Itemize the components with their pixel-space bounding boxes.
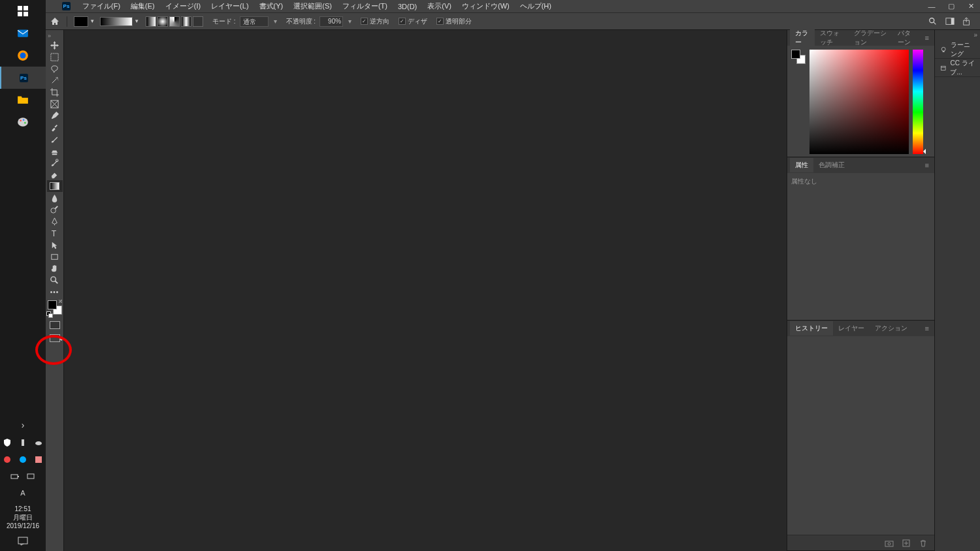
- menu-3d[interactable]: 3D(D): [393, 3, 422, 10]
- close-button[interactable]: ✕: [967, 3, 975, 10]
- default-colors-icon[interactable]: [46, 311, 52, 317]
- menu-help[interactable]: ヘルプ(H): [515, 1, 557, 11]
- panel-menu-icon[interactable]: ≡: [923, 34, 932, 42]
- gradient-tool[interactable]: [47, 180, 63, 192]
- screen-mode-button[interactable]: [47, 329, 63, 341]
- tray-icon-2[interactable]: [18, 455, 27, 464]
- minimize-button[interactable]: —: [928, 3, 936, 10]
- healing-brush-tool[interactable]: [47, 121, 63, 133]
- reverse-checkbox[interactable]: ✓逆方向: [361, 17, 389, 26]
- menu-edit[interactable]: 編集(E): [125, 1, 160, 11]
- magic-wand-tool[interactable]: [47, 74, 63, 86]
- maximize-button[interactable]: ▢: [947, 3, 955, 10]
- zoom-tool[interactable]: [47, 274, 63, 286]
- opacity-input[interactable]: 90%: [319, 16, 343, 27]
- mail-icon: [17, 27, 29, 39]
- home-icon[interactable]: [50, 16, 60, 27]
- gradient-swatch[interactable]: [74, 16, 88, 27]
- trash-icon[interactable]: [919, 539, 928, 548]
- menu-image[interactable]: イメージ(I): [160, 1, 206, 11]
- quick-mask-button[interactable]: [47, 317, 63, 329]
- shield-icon[interactable]: [3, 438, 12, 447]
- start-button[interactable]: [0, 0, 46, 22]
- new-state-icon[interactable]: [902, 539, 911, 548]
- battery-icon[interactable]: [10, 472, 20, 481]
- move-tool[interactable]: [47, 39, 63, 51]
- radial-gradient-button[interactable]: [157, 16, 168, 27]
- canvas-area[interactable]: [64, 30, 787, 551]
- eraser-tool[interactable]: [47, 168, 63, 180]
- lasso-tool[interactable]: [47, 63, 63, 74]
- taskbar-photoshop[interactable]: Ps: [0, 67, 46, 89]
- diamond-gradient-button[interactable]: [193, 16, 203, 27]
- taskbar-expand[interactable]: ›: [22, 420, 25, 430]
- angle-gradient-button[interactable]: [169, 16, 180, 27]
- network-icon[interactable]: [26, 472, 35, 481]
- collapse-icon[interactable]: »: [973, 31, 977, 39]
- panel-color-swatches[interactable]: [791, 50, 806, 64]
- linear-gradient-button[interactable]: [146, 16, 156, 27]
- hand-tool[interactable]: [47, 262, 63, 274]
- pen-tool[interactable]: [47, 215, 63, 227]
- svg-point-43: [941, 47, 945, 51]
- blur-tool[interactable]: [47, 192, 63, 204]
- panel-menu-icon[interactable]: ≡: [923, 161, 932, 169]
- cc-libraries-button[interactable]: CC ライブ...: [935, 59, 980, 77]
- eyedropper-tool[interactable]: [47, 110, 63, 121]
- dither-checkbox[interactable]: ✓ディザ: [399, 17, 427, 26]
- gradient-preview[interactable]: [100, 17, 133, 26]
- usb-icon[interactable]: [18, 438, 27, 447]
- dodge-tool[interactable]: [47, 204, 63, 215]
- notifications-icon[interactable]: [18, 537, 28, 546]
- taskbar-mail[interactable]: [0, 22, 46, 44]
- menu-filter[interactable]: フィルター(T): [337, 1, 393, 11]
- menu-select[interactable]: 選択範囲(S): [288, 1, 337, 11]
- taskbar-paint[interactable]: [0, 111, 46, 133]
- tray-icon-1[interactable]: [3, 455, 12, 464]
- swap-colors-icon[interactable]: ⤮: [58, 298, 63, 304]
- brush-tool[interactable]: [47, 133, 63, 145]
- reflected-gradient-button[interactable]: [181, 16, 191, 27]
- ime-icon[interactable]: A: [20, 489, 25, 497]
- tab-layers[interactable]: レイヤー: [833, 321, 870, 336]
- color-swatches[interactable]: ⤮: [48, 300, 62, 315]
- shape-tool[interactable]: [47, 251, 63, 262]
- crop-tool[interactable]: [47, 86, 63, 98]
- edit-toolbar[interactable]: •••: [47, 286, 63, 298]
- marquee-tool[interactable]: [47, 51, 63, 63]
- path-selection-tool[interactable]: [47, 239, 63, 251]
- menu-type[interactable]: 書式(Y): [254, 1, 289, 11]
- tab-actions[interactable]: アクション: [870, 321, 913, 336]
- svg-text:T: T: [52, 229, 57, 238]
- text-tool[interactable]: T: [47, 227, 63, 239]
- taskbar-explorer[interactable]: [0, 89, 46, 111]
- foreground-color[interactable]: [48, 300, 57, 309]
- saturation-value-picker[interactable]: [809, 50, 909, 154]
- menu-view[interactable]: 表示(V): [422, 1, 457, 11]
- tab-properties[interactable]: 属性: [790, 158, 813, 172]
- taskbar-clock[interactable]: 12:51 月曜日 2019/12/16: [7, 505, 39, 530]
- hue-slider[interactable]: [913, 50, 923, 154]
- workspace-icon[interactable]: [945, 16, 955, 27]
- share-icon[interactable]: [962, 16, 972, 27]
- transparency-checkbox[interactable]: ✓透明部分: [436, 17, 472, 26]
- mode-select[interactable]: 通常: [240, 16, 269, 27]
- snapshot-icon[interactable]: [885, 539, 894, 548]
- tab-adjustments[interactable]: 色調補正: [813, 158, 850, 172]
- menu-window[interactable]: ウィンドウ(W): [457, 1, 515, 11]
- frame-tool[interactable]: [47, 98, 63, 110]
- menu-layer[interactable]: レイヤー(L): [206, 1, 253, 11]
- learning-panel-button[interactable]: ラーニング: [935, 40, 980, 59]
- cloud-icon[interactable]: [34, 438, 43, 447]
- clone-stamp-tool[interactable]: [47, 145, 63, 157]
- folder-icon: [17, 94, 29, 106]
- search-icon[interactable]: [928, 16, 938, 27]
- panel-menu-icon[interactable]: ≡: [923, 324, 932, 332]
- svg-line-37: [55, 281, 57, 283]
- svg-point-7: [18, 118, 28, 127]
- tab-history[interactable]: ヒストリー: [790, 321, 833, 336]
- taskbar-firefox[interactable]: [0, 44, 46, 67]
- tray-icon-3[interactable]: [34, 455, 43, 464]
- menu-file[interactable]: ファイル(F): [77, 1, 125, 11]
- history-brush-tool[interactable]: [47, 157, 63, 168]
